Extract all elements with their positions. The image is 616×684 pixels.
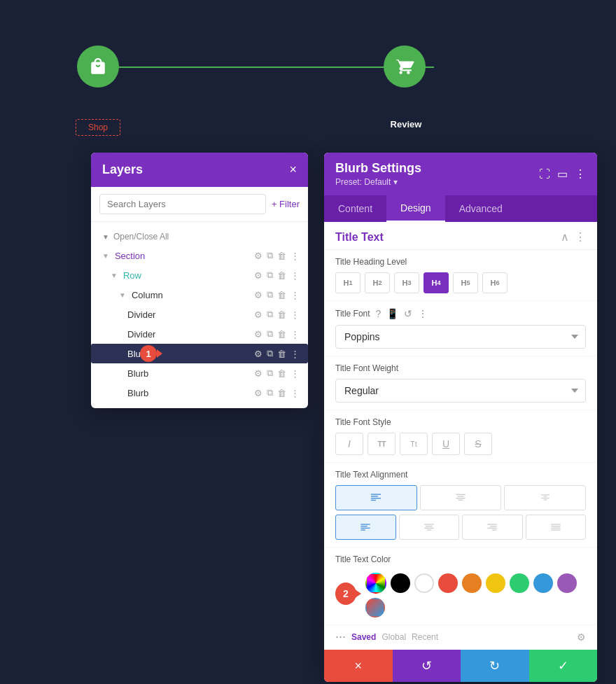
gear-icon[interactable]: ⚙ xyxy=(254,251,262,261)
align-desktop-button[interactable] xyxy=(335,485,417,510)
fullscreen-icon[interactable]: ⛶ xyxy=(539,168,550,181)
trash-icon[interactable]: 🗑 xyxy=(277,388,286,398)
more-icon[interactable]: ⋮ xyxy=(290,251,300,261)
recent-colors-tab[interactable]: Recent xyxy=(412,632,438,642)
layers-search-input[interactable] xyxy=(99,194,266,214)
more-colors-button[interactable]: ··· xyxy=(335,629,346,644)
undo-button[interactable]: ↺ xyxy=(393,650,461,682)
copy-icon[interactable]: ⧉ xyxy=(267,289,273,300)
color-settings-icon[interactable]: ⚙ xyxy=(577,631,586,643)
align-tablet-button[interactable] xyxy=(420,485,502,510)
align-left-button[interactable] xyxy=(335,515,396,540)
align-justify-button[interactable] xyxy=(526,515,587,540)
svg-rect-3 xyxy=(371,500,376,501)
shop-node[interactable] xyxy=(77,46,119,88)
svg-rect-5 xyxy=(457,496,463,496)
copy-icon[interactable]: ⧉ xyxy=(267,348,273,359)
uppercase-button[interactable]: TT xyxy=(368,433,396,455)
open-close-all[interactable]: ▼ Open/Close All xyxy=(91,228,308,246)
layers-close-button[interactable]: × xyxy=(289,162,297,177)
purple-swatch[interactable] xyxy=(557,573,577,593)
collapse-icon[interactable]: ∧ xyxy=(561,230,569,244)
copy-icon[interactable]: ⧉ xyxy=(267,270,273,281)
tab-advanced[interactable]: Advanced xyxy=(445,195,517,222)
green-swatch[interactable] xyxy=(510,573,529,593)
title-font-select[interactable]: Poppins xyxy=(335,325,586,349)
red-swatch[interactable] xyxy=(438,573,458,593)
h2-button[interactable]: H2 xyxy=(365,272,390,293)
h1-button[interactable]: H1 xyxy=(335,272,360,293)
gear-icon[interactable]: ⚙ xyxy=(254,388,262,398)
blue-swatch[interactable] xyxy=(533,573,553,593)
more-icon[interactable]: ⋮ xyxy=(290,270,300,281)
copy-icon[interactable]: ⧉ xyxy=(267,250,273,261)
layer-item-divider1[interactable]: Divider ⚙ ⧉ 🗑 ⋮ xyxy=(91,305,308,324)
review-node[interactable] xyxy=(384,46,426,88)
copy-icon[interactable]: ⧉ xyxy=(267,328,273,340)
black-swatch[interactable] xyxy=(391,573,410,593)
trash-icon[interactable]: 🗑 xyxy=(277,349,286,359)
more-icon[interactable]: ⋮ xyxy=(290,309,300,320)
title-font-weight-select[interactable]: Regular xyxy=(335,379,586,403)
gear-icon[interactable]: ⚙ xyxy=(254,368,262,379)
align-center-button[interactable] xyxy=(399,515,460,540)
orange-swatch[interactable] xyxy=(462,573,482,593)
layer-item-blurb1[interactable]: Blurb 1 ⚙ ⧉ 🗑 ⋮ xyxy=(91,344,308,363)
yellow-swatch[interactable] xyxy=(486,573,505,593)
gear-icon[interactable]: ⚙ xyxy=(254,290,262,300)
layer-item-section[interactable]: ▼ Section ⚙ ⧉ 🗑 ⋮ xyxy=(91,246,308,265)
trash-icon[interactable]: 🗑 xyxy=(277,309,286,320)
layer-item-blurb2[interactable]: Blurb ⚙ ⧉ 🗑 ⋮ xyxy=(91,363,308,383)
capitalize-button[interactable]: Tt xyxy=(400,433,428,455)
align-mobile-button[interactable] xyxy=(504,485,586,510)
resize-icon[interactable]: ▭ xyxy=(557,167,568,181)
layers-filter-button[interactable]: + Filter xyxy=(272,199,300,209)
font-device-icon[interactable]: 📱 xyxy=(386,308,398,319)
h4-button[interactable]: H4 xyxy=(424,272,449,293)
more-icon[interactable]: ⋮ xyxy=(290,388,300,398)
gear-icon[interactable]: ⚙ xyxy=(254,329,262,340)
italic-button[interactable]: I xyxy=(335,433,363,455)
redo-button[interactable]: ↻ xyxy=(461,650,529,682)
gradient-swatch[interactable] xyxy=(365,598,385,617)
layer-item-column[interactable]: ▼ Column ⚙ ⧉ 🗑 ⋮ xyxy=(91,285,308,305)
global-colors-tab[interactable]: Global xyxy=(382,632,406,642)
trash-icon[interactable]: 🗑 xyxy=(277,329,286,340)
layer-item-row[interactable]: ▼ Row ⚙ ⧉ 🗑 ⋮ xyxy=(91,265,308,285)
tab-content[interactable]: Content xyxy=(324,195,386,222)
copy-icon[interactable]: ⧉ xyxy=(267,368,273,379)
more-icon[interactable]: ⋮ xyxy=(290,349,300,359)
layer-item-divider2[interactable]: Divider ⚙ ⧉ 🗑 ⋮ xyxy=(91,324,308,344)
h5-button[interactable]: H5 xyxy=(453,272,478,293)
cancel-button[interactable]: × xyxy=(324,650,393,682)
saved-colors-tab[interactable]: Saved xyxy=(351,632,376,642)
h6-button[interactable]: H6 xyxy=(482,272,507,293)
section-more-icon[interactable]: ⋮ xyxy=(575,230,586,244)
trash-icon[interactable]: 🗑 xyxy=(277,270,286,281)
copy-icon[interactable]: ⧉ xyxy=(267,309,273,320)
font-reset-icon[interactable]: ↺ xyxy=(404,308,412,319)
tab-design[interactable]: Design xyxy=(386,195,445,222)
layer-item-blurb3[interactable]: Blurb ⚙ ⧉ 🗑 ⋮ xyxy=(91,383,308,403)
gear-icon[interactable]: ⚙ xyxy=(254,270,262,281)
strikethrough-button[interactable]: S xyxy=(464,433,492,455)
rainbow-swatch[interactable] xyxy=(365,573,386,594)
blurb-preset[interactable]: Preset: Default ▾ xyxy=(335,177,421,187)
more-options-icon[interactable]: ⋮ xyxy=(575,167,586,181)
copy-icon[interactable]: ⧉ xyxy=(267,387,273,398)
more-icon[interactable]: ⋮ xyxy=(290,368,300,379)
trash-icon[interactable]: 🗑 xyxy=(277,251,286,261)
gear-icon[interactable]: ⚙ xyxy=(254,309,262,320)
font-more-icon[interactable]: ⋮ xyxy=(418,308,428,319)
white-swatch[interactable] xyxy=(414,573,434,593)
more-icon[interactable]: ⋮ xyxy=(290,290,300,300)
align-right-button[interactable] xyxy=(462,515,523,540)
font-help-icon[interactable]: ? xyxy=(376,308,382,319)
save-button[interactable]: ✓ xyxy=(529,650,598,682)
trash-icon[interactable]: 🗑 xyxy=(277,290,286,300)
underline-button[interactable]: U xyxy=(432,433,460,455)
h3-button[interactable]: H3 xyxy=(394,272,419,293)
more-icon[interactable]: ⋮ xyxy=(290,329,300,340)
trash-icon[interactable]: 🗑 xyxy=(277,368,286,379)
gear-icon[interactable]: ⚙ xyxy=(254,349,262,359)
